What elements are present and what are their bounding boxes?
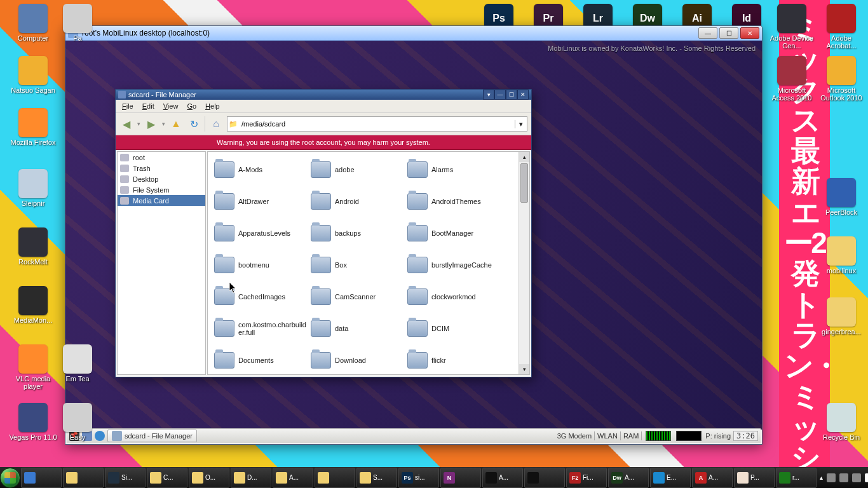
taskbar-button[interactable]: D... [231,468,271,488]
place-media-card[interactable]: Media Card [118,195,205,206]
taskbar-button[interactable]: N [440,468,481,488]
scroll-up-button[interactable]: ▴ [519,152,529,162]
x-clock[interactable]: 3:26 [733,431,758,441]
taskbar-button[interactable] [63,468,104,488]
desktop-icon[interactable]: Recycle Bin [816,403,867,441]
taskbar-button[interactable]: DwA... [608,468,649,488]
place-file-system[interactable]: File System [118,184,205,195]
menu-go[interactable]: Go [183,101,200,111]
folder-item[interactable]: ApparatusLevels [214,220,309,246]
folder-item[interactable]: BootManager [407,220,503,246]
tray-3g[interactable]: 3G Modem [557,432,592,440]
folder-item[interactable]: clockworkmod [407,284,503,309]
menu-help[interactable]: Help [201,101,224,111]
taskbar-button[interactable]: AA... [692,468,733,488]
desktop-icon[interactable]: MediaMon... [8,286,58,324]
start-button[interactable] [0,467,20,488]
folder-item[interactable]: bootmenu [214,252,309,278]
taskbar-button[interactable] [524,468,565,488]
desktop-icon[interactable]: Vegas Pro 11.0 [8,403,58,441]
place-trash[interactable]: Trash [118,163,205,173]
x-desktop[interactable]: MobiLinux is owned by KonataWorks! Inc. … [65,41,762,430]
menu-view[interactable]: View [159,101,182,111]
desktop-icon[interactable]: Adobe Acrobat... [816,4,867,50]
folder-item[interactable]: CamScanner [311,284,406,309]
folder-item[interactable]: burstlyImageCache [407,252,503,278]
fm-min-button[interactable]: ▾ [483,90,494,100]
desktop-icon[interactable]: Sleipnir [8,169,58,207]
fm-max-button[interactable]: ☐ [506,90,517,100]
desktop-icon[interactable]: Easy [52,403,103,441]
taskbar-button[interactable]: A... [482,468,523,488]
close-button[interactable]: ✕ [740,27,759,39]
place-root[interactable]: root [118,152,205,163]
desktop-icon[interactable]: Pa [52,4,103,42]
tray-wlan[interactable]: WLAN [597,432,618,440]
taskbar-button[interactable]: C... [147,468,187,488]
back-button[interactable]: ◀ [119,117,133,131]
tray-ram[interactable]: RAM [623,432,639,440]
folder-item[interactable]: Documents [214,348,309,373]
taskbar-button[interactable] [21,468,62,488]
folder-item[interactable]: AltDrawer [214,189,309,214]
folder-item[interactable]: Download [311,348,406,373]
folder-item[interactable]: Box [311,252,406,278]
folder-item[interactable]: flickr [407,348,503,373]
folder-item[interactable]: A-Mods [214,157,309,182]
taskbar-button[interactable]: O... [189,468,229,488]
max-button[interactable]: ☐ [719,27,738,39]
desktop-icon[interactable]: Adobe Device Cen... [766,4,817,50]
home-button[interactable]: ⌂ [209,117,223,131]
desktop-icon[interactable]: gingerbrea... [816,297,867,336]
desktop-icon[interactable]: VLC media player [8,344,58,390]
tray-pressure[interactable]: P: rising [705,432,731,440]
desktop-icon[interactable]: Mozilla Firefox [8,108,58,146]
reload-button[interactable]: ↻ [187,117,201,131]
fm-close-button[interactable]: ✕ [517,90,529,100]
tray-icon[interactable] [839,473,848,482]
menu-file[interactable]: File [118,101,137,111]
taskbar-button[interactable]: P... [734,468,775,488]
volume-icon[interactable] [865,473,868,482]
desktop-icon[interactable]: Microsoft Access 2010 [766,56,817,102]
folder-item[interactable]: Alarms [407,157,503,182]
desktop-icon[interactable]: Natsuo Sagan [8,56,58,94]
scroll-down-button[interactable]: ▾ [519,364,529,374]
folder-item[interactable]: com.kostmo.charbuilder.full [214,316,309,341]
x-task-button[interactable]: sdcard - File Manager [107,430,197,442]
taskbar-button[interactable]: FzFi... [566,468,607,488]
scroll-thumb[interactable] [520,163,528,203]
desktop-icon[interactable]: Em Tea [52,344,103,383]
desktop-icon[interactable]: RockMelt [8,227,58,266]
folder-view[interactable]: A-ModsadobeAlarmsAltDrawerAndroidAndroid… [207,151,530,375]
taskbar-button[interactable]: S... [356,468,397,488]
taskbar-button[interactable] [315,468,355,488]
scrollbar[interactable]: ▴ ▾ [519,152,529,374]
up-button[interactable]: ▲ [169,117,183,131]
folder-item[interactable]: CachedImages [214,284,309,309]
taskbar-button[interactable]: Pssi... [398,468,439,488]
desktop-icon[interactable]: Computer [8,4,58,42]
path-input[interactable] [239,120,515,128]
folder-item[interactable]: data [311,316,406,341]
tray-expand-button[interactable]: ▴ [820,474,823,481]
min-button[interactable]: — [698,27,717,39]
folder-item[interactable]: DCIM [407,316,503,341]
folder-item[interactable]: Android [311,189,406,214]
desktop-icon[interactable]: mobilinux [816,236,867,274]
vnc-titlebar[interactable]: root's MobiLinux desktop (localhost:0) —… [65,26,762,41]
folder-item[interactable]: adobe [311,157,406,182]
folder-item[interactable]: backups [311,220,406,246]
taskbar-button[interactable]: E... [650,468,691,488]
desktop-icon[interactable]: PeerBlock [816,178,867,216]
fm-titlebar[interactable]: sdcard - File Manager ▾ — ☐ ✕ [116,90,531,100]
tray-icon[interactable] [852,473,861,482]
fm-shade-button[interactable]: — [494,90,506,100]
taskbar-button[interactable]: A... [273,468,313,488]
place-desktop[interactable]: Desktop [118,173,205,184]
path-dropdown[interactable]: ▾ [515,120,527,128]
folder-item[interactable]: AndroidThemes [407,189,503,214]
tray-icon[interactable] [827,473,836,482]
desktop-icon[interactable]: Microsoft Outlook 2010 [816,56,867,102]
taskbar-button[interactable]: Si... [105,468,146,488]
